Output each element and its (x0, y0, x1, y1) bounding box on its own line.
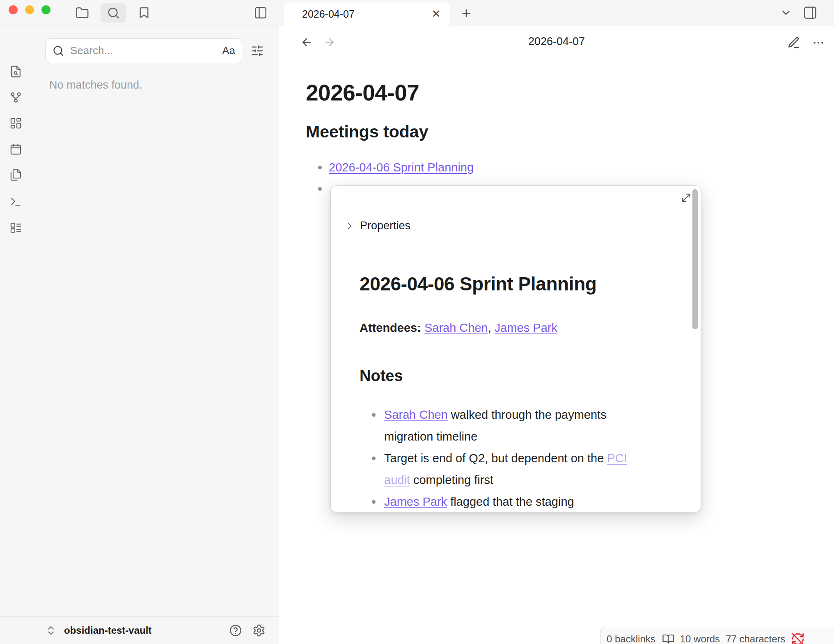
collapse-left-sidebar-button[interactable] (248, 3, 273, 23)
ellipsis-icon (812, 36, 825, 49)
internal-link-james-park[interactable]: James Park (384, 495, 447, 508)
list-item: 2026-04-06 Sprint Planning (318, 161, 474, 174)
bookmarks-tab-button[interactable] (131, 3, 157, 23)
canvas-icon (9, 117, 22, 130)
attendees-line: Attendees: Sarah Chen, James Park (360, 321, 557, 335)
canvas-button[interactable] (9, 116, 23, 130)
tab-close-button[interactable]: ✕ (431, 9, 441, 20)
obsidian-window: 2026-04-07 ✕ + (0, 0, 834, 644)
search-icon (52, 45, 64, 57)
daily-note-button[interactable] (9, 142, 23, 156)
bullet-dot (318, 187, 322, 191)
backlinks-count[interactable]: 0 backlinks (607, 633, 655, 644)
window-controls (9, 5, 50, 14)
properties-collapse-row[interactable]: Properties (344, 219, 410, 232)
toggle-edit-mode-button[interactable] (787, 36, 800, 49)
terminal-icon (9, 196, 22, 208)
internal-link-james-park[interactable]: James Park (495, 321, 557, 334)
status-bar: 0 backlinks 10 words 77 characters (600, 627, 834, 644)
tab-list-dropdown-button[interactable] (780, 7, 792, 19)
pencil-icon (787, 36, 800, 49)
sync-disabled-icon[interactable] (791, 632, 805, 644)
chevrons-up-down-icon (45, 625, 57, 636)
folder-icon (76, 6, 89, 20)
vault-name[interactable]: obsidian-test-vault (64, 625, 151, 636)
sliders-icon (251, 44, 264, 57)
list-item (318, 185, 329, 193)
left-ribbon (0, 25, 31, 616)
note-heading-1: 2026-04-07 (306, 80, 419, 106)
search-box[interactable]: Aa (45, 38, 242, 63)
checklist-button[interactable] (9, 221, 23, 235)
search-settings-button[interactable] (250, 43, 265, 58)
tab-title: 2026-04-07 (302, 8, 355, 20)
insert-template-button[interactable] (9, 168, 23, 182)
bookmark-icon (137, 6, 151, 19)
word-count: 10 words (680, 633, 720, 644)
hover-preview-popup: Properties 2026-04-06 Sprint Planning At… (330, 185, 701, 512)
properties-label: Properties (360, 219, 410, 232)
new-tab-button[interactable]: + (455, 2, 478, 24)
help-circle-icon (229, 624, 242, 637)
zoom-window-button[interactable] (41, 5, 50, 14)
tab-2026-04-07[interactable]: 2026-04-07 ✕ (284, 2, 450, 26)
internal-link-sarah-chen[interactable]: Sarah Chen (384, 408, 448, 421)
list-item: Sarah Chen walked through the payments m… (384, 404, 647, 448)
close-window-button[interactable] (9, 5, 18, 14)
reading-mode-button[interactable] (662, 633, 674, 644)
gear-icon (252, 624, 266, 637)
expand-right-sidebar-button[interactable] (803, 5, 818, 20)
move-diagonal-icon (680, 192, 692, 204)
help-button[interactable] (229, 624, 242, 637)
search-empty-state: No matches found. (49, 79, 142, 91)
left-sidebar-search-pane: Aa No matches found. (31, 25, 279, 616)
copy-files-icon (9, 169, 22, 181)
note-title-breadcrumb: 2026-04-07 (279, 35, 834, 48)
calendar-icon (9, 143, 22, 155)
panel-left-icon (254, 6, 268, 20)
chevron-down-icon (780, 7, 792, 19)
character-count: 77 characters (726, 633, 785, 644)
titlebar: 2026-04-07 ✕ + (0, 0, 834, 25)
terminal-button[interactable] (9, 195, 23, 209)
search-in-file-button[interactable] (9, 64, 23, 78)
files-tab-button[interactable] (69, 3, 95, 23)
popup-notes-heading: Notes (360, 367, 403, 385)
book-open-icon (662, 633, 674, 644)
internal-link-sarah-chen[interactable]: Sarah Chen (424, 321, 488, 334)
vault-switcher-row: obsidian-test-vault (0, 616, 279, 644)
graph-icon (9, 91, 22, 104)
popup-scrollbar[interactable] (692, 189, 698, 329)
popup-notes-list: Sarah Chen walked through the payments m… (384, 404, 647, 512)
list-item: Target is end of Q2, but dependent on th… (384, 448, 647, 491)
vault-switcher[interactable] (45, 625, 57, 636)
panel-right-icon (803, 5, 818, 20)
search-tab-button[interactable] (101, 3, 126, 23)
internal-link-sprint-planning[interactable]: 2026-04-06 Sprint Planning (329, 161, 474, 174)
match-case-toggle[interactable]: Aa (222, 44, 235, 57)
search-icon (107, 6, 120, 20)
note-heading-2: Meetings today (306, 122, 428, 142)
checklist-icon (9, 222, 22, 234)
view-header: 2026-04-07 (279, 25, 834, 58)
file-search-icon (9, 65, 22, 78)
list-item: James Park flagged that the staging (384, 491, 647, 512)
bullet-dot (318, 166, 322, 169)
popup-expand-button[interactable] (680, 192, 692, 204)
more-options-button[interactable] (812, 36, 825, 49)
attendees-label: Attendees: (360, 321, 421, 334)
minimize-window-button[interactable] (25, 5, 34, 14)
settings-button[interactable] (252, 624, 266, 637)
graph-view-button[interactable] (9, 90, 23, 104)
chevron-right-icon (344, 221, 355, 231)
popup-note-title: 2026-04-06 Sprint Planning (360, 273, 597, 295)
search-input[interactable] (70, 44, 218, 57)
